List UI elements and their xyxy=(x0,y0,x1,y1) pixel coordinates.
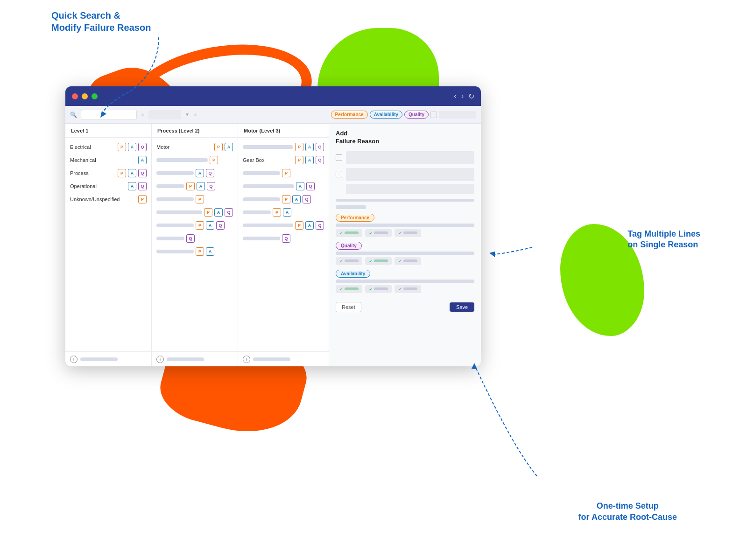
input-bar-2b[interactable] xyxy=(346,184,474,194)
check-mark-q1: ✓ xyxy=(339,259,343,264)
badge-q-l3-1: Q xyxy=(316,143,324,151)
list-item-mechanical[interactable]: Mechanical A xyxy=(65,154,151,167)
check-mark-2: ✓ xyxy=(369,231,373,236)
col-level3-body: P A Q Gear Box P A Q P A Q xyxy=(238,138,329,351)
search-icon: 🔍 xyxy=(70,112,77,118)
qual-check-1[interactable]: ✓ xyxy=(336,257,362,265)
list-item-l2-3[interactable]: A Q xyxy=(152,167,238,180)
col-level2-header: Process (Level 2) xyxy=(152,124,238,138)
perf-check-1[interactable]: ✓ xyxy=(336,229,362,237)
tag-performance-pill[interactable]: Performance xyxy=(336,214,374,222)
avail-bar-3 xyxy=(403,287,417,290)
dot-yellow[interactable] xyxy=(82,93,88,99)
tag-availability-pill[interactable]: Availability xyxy=(336,270,370,278)
list-item-l3-3[interactable]: P xyxy=(238,167,329,180)
col-level2-footer: + xyxy=(152,351,238,366)
addr-tags: Performance Availability Quality xyxy=(331,111,476,119)
l3-bar-3 xyxy=(243,171,280,175)
avail-check-3[interactable]: ✓ xyxy=(395,285,421,293)
badge-a-l2-3: A xyxy=(196,169,204,177)
badge-p-l2-2: P xyxy=(210,156,218,164)
qual-bar xyxy=(336,252,474,255)
list-item-l2-5[interactable]: P xyxy=(152,193,238,206)
content-area: Level 1 Electrical P A Q Mechanical A Pr… xyxy=(65,124,481,366)
badge-q-electrical: Q xyxy=(138,143,147,151)
list-item-electrical[interactable]: Electrical P A Q xyxy=(65,140,151,154)
check-bar-active-1 xyxy=(345,231,359,234)
tag-quality-pill[interactable]: Quality xyxy=(336,242,362,250)
reset-button[interactable]: Reset xyxy=(336,302,361,312)
avail-check-2[interactable]: ✓ xyxy=(365,285,392,293)
qual-check-3[interactable]: ✓ xyxy=(395,257,421,265)
form-row-checkbox2 xyxy=(336,168,474,196)
address-bar-icon: ☆ xyxy=(141,112,145,117)
forward-icon[interactable]: › xyxy=(461,92,464,100)
tag-performance[interactable]: Performance xyxy=(331,111,368,119)
perf-check-3[interactable]: ✓ xyxy=(395,229,421,237)
col-level3-header: Motor (Level 3) xyxy=(238,124,329,138)
checkbox-2[interactable] xyxy=(336,171,342,177)
perf-check-2[interactable]: ✓ xyxy=(365,229,392,237)
col-level2-add[interactable]: + xyxy=(156,356,164,363)
dot-green[interactable] xyxy=(92,93,98,99)
list-item-l3-8[interactable]: Q xyxy=(238,232,329,245)
badge-p-process: P xyxy=(118,169,126,177)
list-item-l3-7[interactable]: P A Q xyxy=(238,219,329,232)
list-item-l2-2[interactable]: P xyxy=(152,154,238,167)
addr-star-icon: ☆ xyxy=(193,112,197,117)
svg-marker-1 xyxy=(489,252,495,257)
addr-checkbox[interactable] xyxy=(430,112,437,118)
list-item-l3-1[interactable]: P A Q xyxy=(238,140,329,154)
list-item-l2-7[interactable]: P A Q xyxy=(152,219,238,232)
list-item-l2-4[interactable]: P A Q xyxy=(152,180,238,193)
tag-section-performance: Performance ✓ ✓ ✓ xyxy=(336,213,474,237)
badge-a-operational: A xyxy=(128,182,136,190)
input-bar-1[interactable] xyxy=(346,151,474,164)
checkbox-1[interactable] xyxy=(336,154,342,161)
address-input[interactable] xyxy=(81,110,137,120)
refresh-icon[interactable]: ↻ xyxy=(468,92,474,101)
col-level2: Process (Level 2) Motor P A P A Q xyxy=(152,124,238,366)
back-icon[interactable]: ‹ xyxy=(454,92,456,100)
col-level1-add[interactable]: + xyxy=(70,356,78,363)
list-item-operational[interactable]: Operational A Q xyxy=(65,180,151,193)
l3-bar-6 xyxy=(243,210,271,214)
check-mark-3: ✓ xyxy=(398,231,402,236)
qual-bar-1 xyxy=(345,259,359,262)
panel-title: Add Failure Reason xyxy=(336,130,474,146)
badge-q-l3-7: Q xyxy=(316,221,324,230)
list-item-l3-4[interactable]: A Q xyxy=(238,180,329,193)
badge-a-l3-4: A xyxy=(296,182,304,190)
dot-red[interactable] xyxy=(72,93,78,99)
check-mark-av3: ✓ xyxy=(398,287,402,292)
list-item-process[interactable]: Process P A Q xyxy=(65,167,151,180)
col-level3-add[interactable]: + xyxy=(243,356,250,363)
avail-check-row: ✓ ✓ ✓ xyxy=(336,285,474,293)
l3-bar-1 xyxy=(243,145,293,149)
check-mark-av2: ✓ xyxy=(369,287,373,292)
list-item-l2-8[interactable]: Q xyxy=(152,232,238,245)
col-level3: Motor (Level 3) P A Q Gear Box P A Q P xyxy=(238,124,329,366)
addr-extra xyxy=(148,110,181,119)
col-right-panel: Add Failure Reason xyxy=(329,124,481,366)
save-button[interactable]: Save xyxy=(450,302,474,312)
badge-a-l2-9: A xyxy=(206,247,214,256)
list-item-unknown[interactable]: Unknown/Unspecified P xyxy=(65,193,151,206)
annotation-tag-multiple: Tag Multiple Lines on Single Reason xyxy=(627,229,700,251)
list-item-l3-5[interactable]: P A Q xyxy=(238,193,329,206)
badge-a-l3-5: A xyxy=(292,195,301,203)
l2-bar-4 xyxy=(156,184,184,188)
list-item-l3-6[interactable]: P A xyxy=(238,206,329,219)
list-item-l2-6[interactable]: P A Q xyxy=(152,206,238,219)
badge-q-l2-3: Q xyxy=(206,169,214,177)
qual-check-2[interactable]: ✓ xyxy=(365,257,392,265)
tag-quality[interactable]: Quality xyxy=(404,111,429,119)
tag-availability[interactable]: Availability xyxy=(370,111,402,119)
list-item-l2-9[interactable]: P A xyxy=(152,245,238,258)
check-mark-1: ✓ xyxy=(339,231,343,236)
short-bar-mid xyxy=(336,205,366,209)
list-item-gearbox[interactable]: Gear Box P A Q xyxy=(238,154,329,167)
list-item-motor[interactable]: Motor P A xyxy=(152,140,238,154)
input-bar-2a[interactable] xyxy=(346,168,474,181)
avail-check-1[interactable]: ✓ xyxy=(336,285,362,293)
